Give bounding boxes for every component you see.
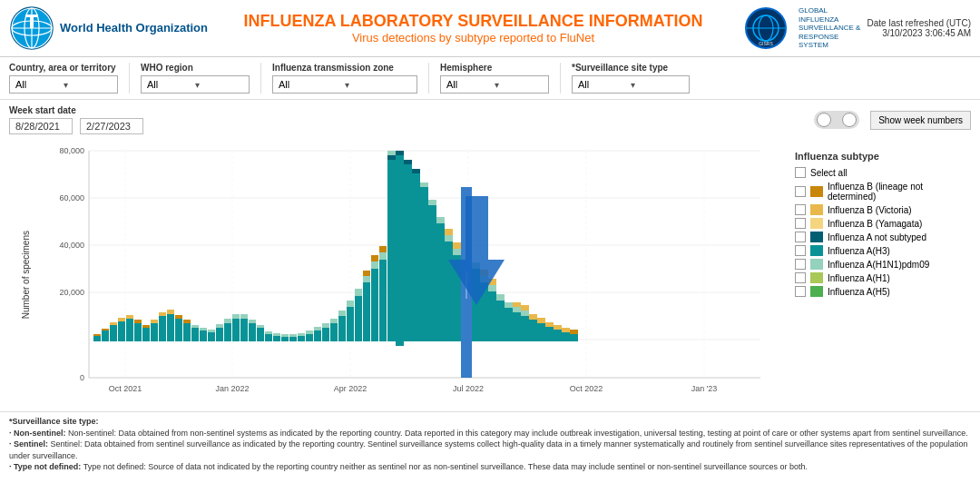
svg-rect-164	[570, 330, 578, 334]
chart-legend: Influenza subtype Select all Influenza B…	[789, 142, 971, 408]
legend-item-a-not-subtyped: Influenza A not subtyped	[795, 232, 965, 242]
svg-rect-40	[102, 329, 109, 330]
who-region-select[interactable]: All ▾	[141, 75, 250, 94]
hemisphere-filter: Hemisphere All ▾	[440, 63, 549, 94]
page-subtitle: Virus detections by subtype reported to …	[208, 31, 739, 44]
itz-label: Influenza transmission zone	[272, 63, 417, 73]
country-select[interactable]: All ▾	[9, 75, 118, 94]
itz-select[interactable]: All ▾	[272, 75, 417, 94]
chart-bars	[93, 151, 578, 378]
svg-rect-146	[505, 302, 513, 308]
who-name: World Health Organization	[60, 21, 208, 36]
svg-rect-58	[175, 315, 182, 319]
svg-text:Jan '23: Jan '23	[691, 384, 718, 393]
gisrs-icon: GISRS	[739, 5, 793, 51]
footnotes: *Surveillance site type: · Non-sentinel:…	[0, 411, 980, 477]
svg-rect-120	[412, 169, 420, 173]
svg-rect-126	[436, 217, 445, 223]
svg-rect-107	[371, 261, 378, 269]
date-row: Week start date 8/28/2021 2/27/2023 Show…	[0, 100, 980, 138]
svg-rect-86	[289, 334, 297, 337]
svg-text:80,000: 80,000	[59, 146, 84, 155]
chevron-down-icon: ▾	[631, 80, 683, 90]
svg-rect-159	[554, 330, 562, 341]
date-end-input[interactable]: 2/27/2023	[80, 118, 143, 134]
select-all-checkbox[interactable]	[795, 167, 806, 178]
svg-rect-60	[183, 320, 191, 323]
svg-rect-92	[314, 327, 321, 330]
hemisphere-label: Hemisphere	[440, 63, 549, 73]
svg-rect-76	[249, 320, 256, 323]
svg-rect-88	[298, 333, 305, 336]
site-type-value: All	[578, 79, 631, 90]
country-filter: Country, area or territory All ▾	[9, 63, 118, 94]
svg-rect-73	[240, 319, 248, 341]
svg-text:Oct 2021: Oct 2021	[109, 384, 142, 393]
svg-rect-39	[102, 330, 109, 341]
svg-rect-124	[428, 200, 436, 205]
svg-rect-122	[420, 182, 428, 187]
footnote-type-not-defined: · Type not defined: Type not defined: So…	[9, 461, 971, 473]
svg-text:20,000: 20,000	[59, 288, 84, 297]
svg-rect-155	[537, 323, 545, 341]
gisrs-label: GLOBAL INFLUENZA SURVEILLANCE & RESPONSE…	[799, 6, 862, 50]
who-emblem-icon	[9, 5, 54, 51]
svg-rect-53	[159, 316, 166, 341]
svg-rect-148	[513, 307, 521, 312]
footnote-site-type-label: *Surveillance site type:	[9, 416, 971, 428]
chevron-down-icon: ▾	[495, 80, 543, 90]
date-start-input[interactable]: 8/28/2021	[9, 118, 73, 134]
svg-rect-62	[191, 325, 199, 328]
svg-rect-65	[208, 332, 215, 341]
legend-item-b-victoria: Influenza B (Victoria)	[795, 204, 965, 215]
y-axis-label: Number of specimens	[21, 231, 31, 319]
svg-rect-64	[200, 328, 207, 330]
svg-rect-153	[529, 320, 537, 341]
svg-rect-119	[412, 173, 420, 341]
itz-value: All	[279, 79, 345, 90]
svg-rect-145	[505, 308, 513, 341]
toggle-thumb-right	[842, 113, 857, 127]
chevron-down-icon: ▾	[345, 80, 411, 90]
svg-rect-128	[445, 235, 453, 242]
svg-rect-100	[347, 301, 354, 307]
legend-select-all[interactable]: Select all	[795, 167, 965, 178]
show-week-numbers-button[interactable]: Show week numbers	[870, 111, 971, 130]
filter-divider-3	[428, 63, 429, 94]
svg-rect-78	[257, 325, 264, 328]
svg-rect-61	[191, 328, 199, 341]
refresh-label: Date last refreshed (UTC)	[862, 18, 971, 28]
svg-rect-48	[134, 320, 142, 323]
legend-item-a-h5: Influenza A(H5)	[795, 286, 965, 297]
chart-area: Number of specimens 80,000 60,000 40,000…	[0, 138, 980, 411]
hemisphere-select[interactable]: All ▾	[440, 75, 549, 94]
footnote-non-sentinel: · Non-sentinel: Non-sentinel: Data obtai…	[9, 428, 971, 439]
svg-rect-163	[570, 334, 578, 341]
svg-rect-127	[445, 242, 453, 341]
svg-rect-51	[151, 323, 158, 341]
site-type-label: *Surveillance site type	[572, 63, 690, 73]
refresh-date-block: Date last refreshed (UTC) 3/10/2023 3:06…	[862, 18, 971, 38]
svg-rect-125	[436, 223, 445, 341]
svg-rect-98	[338, 311, 346, 316]
country-value: All	[15, 79, 64, 90]
title-block: INFLUENZA LABORATORY SURVEILLANCE INFORM…	[208, 12, 739, 44]
svg-rect-111	[379, 246, 387, 252]
svg-rect-57	[175, 319, 182, 341]
svg-rect-37	[93, 336, 101, 341]
week-numbers-toggle[interactable]	[814, 111, 859, 129]
refresh-value: 3/10/2023 3:06:45 AM	[862, 28, 971, 38]
svg-rect-80	[265, 331, 272, 334]
legend-title: Influenza subtype	[795, 151, 965, 162]
svg-rect-149	[513, 302, 521, 307]
site-type-select[interactable]: All ▾	[572, 75, 690, 94]
svg-rect-151	[521, 311, 529, 316]
svg-rect-82	[273, 333, 280, 336]
svg-rect-154	[529, 314, 537, 320]
svg-rect-118	[404, 160, 412, 164]
svg-rect-54	[159, 312, 166, 316]
svg-rect-129	[445, 229, 453, 235]
legend-item-b-yamagata: Influenza B (Yamagata)	[795, 218, 965, 229]
svg-rect-68	[216, 324, 223, 328]
page-title: INFLUENZA LABORATORY SURVEILLANCE INFORM…	[208, 12, 739, 31]
